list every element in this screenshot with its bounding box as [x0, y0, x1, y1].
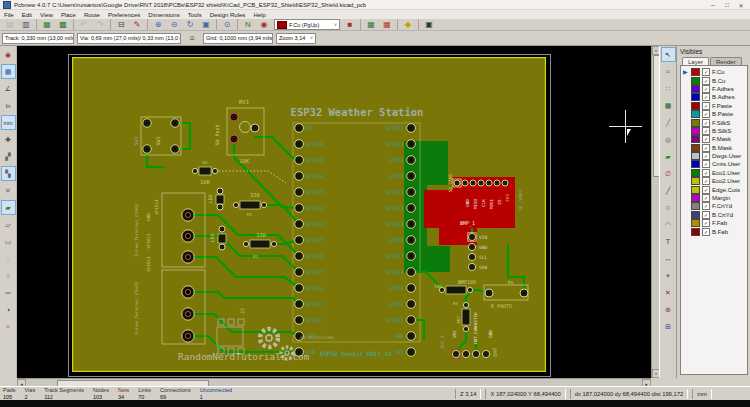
units-mm-icon[interactable]: mm — [1, 115, 16, 130]
layer-visibility-checkbox[interactable]: ✓ — [702, 102, 710, 110]
layer-visibility-checkbox[interactable]: ✓ — [702, 93, 710, 101]
pcb-canvas[interactable]: ENGPIO36GPIO39GPIO34GPIO35GPIO32GPIO33GP… — [17, 46, 651, 378]
add-circle-icon[interactable]: ○ — [661, 200, 676, 215]
layer-row-f-mask[interactable]: ✓F.Mask — [682, 135, 747, 143]
add-footprint-icon[interactable]: ▦ — [661, 98, 676, 113]
toggle-drc-icon[interactable]: ◉ — [1, 47, 16, 62]
zones-outline-only-icon[interactable]: ▭ — [1, 234, 16, 249]
route-track-icon[interactable]: ╱ — [661, 115, 676, 130]
delete-item-icon[interactable]: ✕ — [661, 285, 676, 300]
layer-visibility-checkbox[interactable]: ✓ — [702, 228, 710, 236]
vias-sketch-mode-icon[interactable]: ○ — [1, 268, 16, 283]
plot-icon[interactable]: ✎ — [129, 18, 145, 32]
layer-row-eco2-user[interactable]: ✓Eco2.User — [682, 177, 747, 185]
add-line-icon[interactable]: ╱ — [661, 183, 676, 198]
zones-show-filled-icon[interactable]: ▰ — [1, 200, 16, 215]
layer-visibility-checkbox[interactable]: ✓ — [702, 194, 710, 202]
layer-visibility-checkbox[interactable]: ✓ — [702, 127, 710, 135]
zoom-select[interactable]: Zoom 3,14˅ — [276, 33, 316, 44]
undo-icon[interactable]: ↶ — [76, 18, 92, 32]
scripting-console-icon[interactable]: ▣ — [421, 18, 437, 32]
close-button[interactable]: ✕ — [734, 0, 748, 10]
page-settings-icon[interactable]: ▥ — [18, 18, 34, 32]
track-width-select[interactable]: Track: 0,330 mm (13,00 mils) *˅ — [2, 33, 74, 44]
add-target-icon[interactable]: ⌖ — [661, 268, 676, 283]
add-keepout-icon[interactable]: ∅ — [661, 166, 676, 181]
layer-visibility-checkbox[interactable]: ✓ — [702, 211, 710, 219]
zoom-fit-icon[interactable]: ▣ — [198, 18, 214, 32]
layer-visibility-checkbox[interactable]: ✓ — [702, 119, 710, 127]
layer-row-b-cu[interactable]: ✓B.Cu — [682, 76, 747, 84]
layer-row-margin[interactable]: ✓Margin — [682, 194, 747, 202]
freeroute-icon[interactable]: ◆ — [400, 18, 416, 32]
add-dimension-icon[interactable]: ↔ — [661, 251, 676, 266]
high-contrast-mode-icon[interactable]: ◑ — [1, 302, 16, 317]
layer-visibility-checkbox[interactable]: ✓ — [702, 219, 710, 227]
show-ratsnest-grid-icon[interactable]: ▦ — [379, 18, 395, 32]
maximize-button[interactable]: □ — [720, 0, 734, 10]
layer-row-f-cu[interactable]: ▶✓F.Cu — [682, 68, 747, 76]
refresh-view-icon[interactable]: ↻ — [182, 18, 198, 32]
cursor-shape-icon[interactable]: ✚ — [1, 132, 16, 147]
toggle-grid-icon[interactable]: ▦ — [1, 64, 16, 79]
layer-row-edge-cuts[interactable]: ✓Edge.Cuts — [682, 185, 747, 193]
vertical-scrollbar[interactable]: ˄ ˅ — [651, 46, 659, 378]
new-board-icon[interactable]: ▤ — [2, 18, 18, 32]
layer-select[interactable]: F.Cu (PgUp)˅ — [274, 19, 340, 30]
layer-visibility-checkbox[interactable]: ✓ — [702, 152, 710, 160]
layer-row-b-paste[interactable]: ✓B.Paste — [682, 110, 747, 118]
select-tool-icon[interactable]: ↖ — [661, 47, 676, 62]
zoom-out-icon[interactable]: ⊖ — [166, 18, 182, 32]
layer-visibility-checkbox[interactable]: ✓ — [702, 177, 710, 185]
footprint-browser-icon[interactable]: ▩ — [55, 18, 71, 32]
layer-visibility-checkbox[interactable]: ✓ — [702, 135, 710, 143]
auto-track-width-icon[interactable]: ≡ — [184, 31, 200, 45]
show-grid-toggle-icon[interactable]: ▦ — [363, 18, 379, 32]
layer-visibility-checkbox[interactable]: ✓ — [702, 68, 710, 76]
layer-visibility-checkbox[interactable]: ✓ — [702, 186, 710, 194]
minimize-button[interactable]: ─ — [706, 0, 720, 10]
module-ratsnest-icon[interactable]: ▞ — [1, 149, 16, 164]
layer-row-f-paste[interactable]: ✓F.Paste — [682, 102, 747, 110]
layer-row-dwgs-user[interactable]: ✓Dwgs.User — [682, 152, 747, 160]
layer-row-f-fab[interactable]: ✓F.Fab — [682, 219, 747, 227]
layer-row-b-silks[interactable]: ✓B.SilkS — [682, 127, 747, 135]
show-local-ratsnest-icon[interactable]: ∷ — [661, 81, 676, 96]
layer-visibility-checkbox[interactable]: ✓ — [702, 160, 710, 168]
add-zone-icon[interactable]: ▰ — [661, 149, 676, 164]
units-inches-icon[interactable]: In — [1, 98, 16, 113]
read-netlist-icon[interactable]: N — [240, 18, 256, 32]
via-size-select[interactable]: Via: 0,69 mm (27,0 mils)/ 0,33 mm (13,0 … — [77, 33, 181, 44]
pads-sketch-mode-icon[interactable]: ◌ — [1, 251, 16, 266]
layer-row-b-adhes[interactable]: ✓B.Adhes — [682, 93, 747, 101]
zones-hide-filled-icon[interactable]: ▱ — [1, 217, 16, 232]
layer-visibility-checkbox[interactable]: ✓ — [702, 144, 710, 152]
zoom-in-icon[interactable]: ⊕ — [150, 18, 166, 32]
redo-icon[interactable]: ↷ — [92, 18, 108, 32]
layer-visibility-checkbox[interactable]: ✓ — [702, 202, 710, 210]
layer-row-b-fab[interactable]: ✓B.Fab — [682, 227, 747, 235]
grid-size-select[interactable]: Grid: 0,1000 mm (3,94 mils)˅ — [203, 33, 273, 44]
layer-row-f-adhes[interactable]: ✓F.Adhes — [682, 85, 747, 93]
layer-row-b-mask[interactable]: ✓B.Mask — [682, 144, 747, 152]
layer-visibility-checkbox[interactable]: ✓ — [702, 85, 710, 93]
horizontal-scrollbar[interactable]: ◂ ▸ — [17, 378, 651, 386]
add-text-icon[interactable]: T — [661, 234, 676, 249]
perform-drc-icon[interactable]: ◉ — [256, 18, 272, 32]
layer-visibility-checkbox[interactable]: ✓ — [702, 77, 710, 85]
footprint-mode-icon[interactable]: ■ — [342, 18, 358, 32]
layer-row-f-silks[interactable]: ✓F.SilkS — [682, 118, 747, 126]
layer-row-cmts-user[interactable]: ✓Cmts.User — [682, 160, 747, 168]
drill-place-origin-icon[interactable]: ⊕ — [661, 302, 676, 317]
tracks-sketch-mode-icon[interactable]: ═ — [1, 285, 16, 300]
polar-coords-icon[interactable]: ∠ — [1, 81, 16, 96]
highlight-net-icon[interactable]: ≈ — [661, 64, 676, 79]
find-icon[interactable]: ⊙ — [219, 18, 235, 32]
board-ratsnest-icon[interactable]: ▚ — [1, 166, 16, 181]
add-arc-icon[interactable]: ◠ — [661, 217, 676, 232]
layer-visibility-checkbox[interactable]: ✓ — [702, 110, 710, 118]
tab-render[interactable]: Render — [710, 57, 742, 65]
layer-row-b-crtyd[interactable]: ✓B.CrtYd — [682, 211, 747, 219]
auto-delete-track-icon[interactable]: ✕ — [1, 183, 16, 198]
grid-origin-icon[interactable]: ⊞ — [661, 319, 676, 334]
